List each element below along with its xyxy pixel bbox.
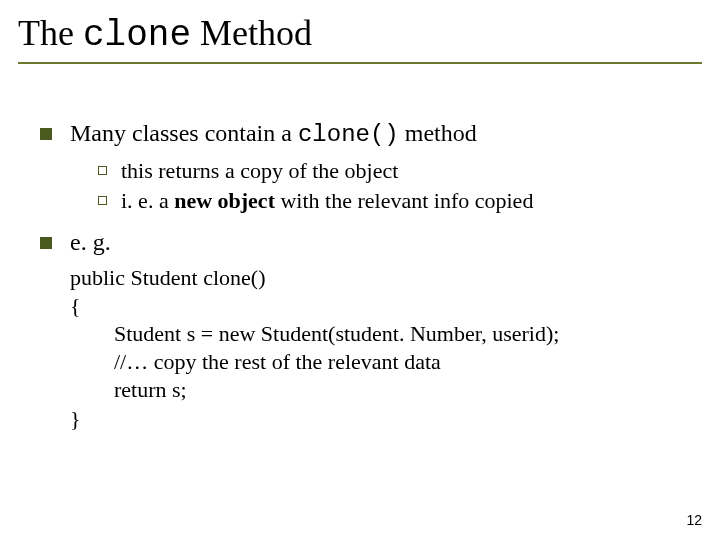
title-underline [18, 62, 702, 64]
bullet-2-text: e. g. [70, 227, 688, 258]
page-number: 12 [686, 512, 702, 528]
code-line-6: } [70, 405, 688, 433]
title-block: The clone Method [18, 14, 702, 64]
sub-bullet-1: this returns a copy of the object [98, 157, 688, 185]
sub-bullet-1-text: this returns a copy of the object [121, 157, 688, 185]
title-mono: clone [83, 15, 191, 56]
code-line-4: //… copy the rest of the relevant data [114, 348, 688, 376]
bullet-2: e. g. [40, 227, 688, 258]
square-bullet-icon [40, 237, 52, 249]
bullet-1: Many classes contain a clone() method [40, 118, 688, 151]
code-line-5: return s; [114, 376, 688, 404]
title-post: Method [191, 13, 312, 53]
code-line-3: Student s = new Student(student. Number,… [114, 320, 688, 348]
sub-bullet-2: i. e. a new object with the relevant inf… [98, 187, 688, 215]
code-block: public Student clone() { Student s = new… [70, 264, 688, 433]
open-square-bullet-icon [98, 166, 107, 175]
open-square-bullet-icon [98, 196, 107, 205]
bullet-1-sublist: this returns a copy of the object i. e. … [98, 157, 688, 215]
bullet-1-text: Many classes contain a clone() method [70, 118, 688, 151]
b1-post: method [399, 120, 477, 146]
slide-title: The clone Method [18, 14, 702, 62]
code-line-2: { [70, 292, 688, 320]
sub2-pre: i. e. a [121, 188, 174, 213]
square-bullet-icon [40, 128, 52, 140]
sub2-post: with the relevant info copied [275, 188, 533, 213]
b1-pre: Many classes contain a [70, 120, 298, 146]
title-pre: The [18, 13, 83, 53]
sub2-bold: new object [174, 188, 275, 213]
sub-bullet-2-text: i. e. a new object with the relevant inf… [121, 187, 688, 215]
code-line-1: public Student clone() [70, 264, 688, 292]
b1-mono: clone() [298, 121, 399, 148]
body-content: Many classes contain a clone() method th… [40, 118, 688, 433]
